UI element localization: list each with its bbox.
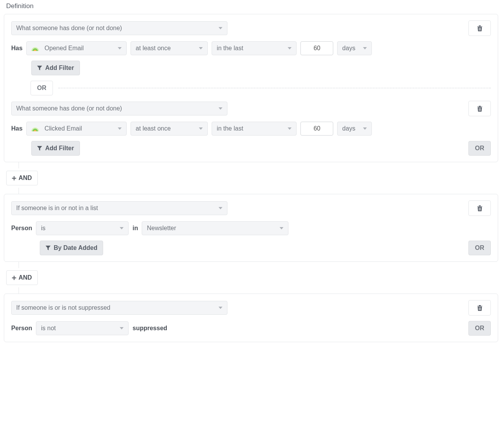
trash-icon	[477, 105, 483, 112]
cond2-unit-dropdown[interactable]: days	[337, 122, 372, 136]
klaviyo-icon	[31, 126, 39, 131]
cond2-freq-dropdown[interactable]: at least once	[131, 122, 208, 136]
chevron-down-icon	[219, 27, 222, 29]
or-separator: OR	[31, 81, 491, 95]
cond1-header: What someone has done (or not done)	[11, 20, 491, 36]
cond1-addfilter-button[interactable]: Add Filter	[31, 61, 80, 75]
g2-header: If someone is in or not in a list	[11, 200, 491, 216]
svg-rect-12	[12, 277, 16, 278]
g2-op-label: is	[41, 225, 46, 231]
g3-op-label: is not	[41, 325, 56, 331]
cond2-event-label: Clicked Email	[44, 126, 82, 132]
g3-params: Person is not suppressed OR	[11, 321, 491, 336]
and-label: AND	[19, 175, 32, 181]
svg-rect-14	[480, 307, 480, 310]
cond2-addfilter-button[interactable]: Add Filter	[31, 141, 80, 156]
addfilter-label: Add Filter	[45, 145, 74, 151]
g3-delete-button[interactable]	[468, 300, 491, 316]
klaviyo-icon	[31, 46, 39, 51]
chevron-down-icon	[219, 107, 222, 110]
chevron-down-icon	[288, 47, 292, 49]
connector-line	[19, 162, 19, 168]
cond1-delete-button[interactable]	[468, 20, 491, 36]
cond1-event-label: Opened Email	[44, 45, 83, 51]
chevron-down-icon	[288, 127, 292, 130]
g2-op-dropdown[interactable]: is	[36, 221, 129, 235]
section-heading: Definition	[6, 2, 498, 10]
cond1-type-dropdown[interactable]: What someone has done (or not done)	[11, 21, 227, 35]
separator-line	[58, 88, 491, 88]
chevron-down-icon	[280, 227, 283, 229]
svg-rect-10	[480, 208, 481, 210]
cond1-freq-dropdown[interactable]: at least once	[131, 41, 208, 55]
filter-icon	[46, 246, 51, 251]
cond1-type-label: What someone has done (or not done)	[16, 25, 122, 31]
suppressed-label: suppressed	[132, 325, 167, 332]
g2-params: Person is in Newsletter	[11, 221, 491, 235]
person-label: Person	[11, 325, 32, 332]
trash-icon	[477, 205, 483, 212]
g2-list-label: Newsletter	[147, 225, 176, 231]
svg-rect-15	[480, 307, 481, 310]
g3-op-dropdown[interactable]: is not	[36, 321, 129, 335]
cond1-unit-label: days	[342, 45, 355, 51]
svg-rect-8	[479, 208, 479, 210]
g2-delete-button[interactable]	[468, 200, 491, 216]
and-button-2[interactable]: AND	[6, 270, 38, 285]
svg-rect-13	[479, 307, 479, 310]
cond2-range-label: in the last	[217, 126, 243, 132]
connector-line	[19, 287, 19, 294]
cond1-freq-label: at least once	[136, 45, 171, 51]
addfilter-label: Add Filter	[45, 65, 74, 71]
connector-line	[19, 262, 19, 268]
chevron-down-icon	[199, 47, 203, 49]
svg-rect-9	[480, 208, 480, 210]
condition-group-1: What someone has done (or not done) Has …	[4, 14, 498, 162]
trash-icon	[477, 305, 483, 311]
cond2-range-dropdown[interactable]: in the last	[212, 122, 297, 136]
or-pill-sep: OR	[31, 81, 53, 95]
chevron-down-icon	[199, 127, 203, 130]
cond1-range-dropdown[interactable]: in the last	[212, 41, 297, 55]
svg-rect-1	[480, 28, 480, 31]
plus-icon	[12, 276, 16, 280]
cond2-header: What someone has done (or not done)	[11, 101, 491, 116]
g3-type-label: If someone is or is not suppressed	[16, 305, 110, 311]
cond2-value-input[interactable]: 60	[300, 122, 333, 136]
svg-rect-3	[479, 108, 479, 111]
svg-rect-7	[12, 178, 16, 178]
filter-icon	[37, 146, 42, 151]
cond2-type-label: What someone has done (or not done)	[16, 105, 122, 112]
cond2-bottom-row: Add Filter OR	[31, 141, 491, 156]
g2-bydate-button[interactable]: By Date Added	[40, 241, 103, 255]
chevron-down-icon	[219, 307, 222, 309]
person-label: Person	[11, 225, 32, 232]
cond1-value-input[interactable]: 60	[300, 41, 333, 55]
cond2-unit-label: days	[342, 126, 355, 132]
cond1-addfilter-row: Add Filter	[31, 61, 491, 75]
and-label: AND	[19, 275, 32, 281]
and-button-1[interactable]: AND	[6, 171, 38, 185]
g2-type-dropdown[interactable]: If someone is in or not in a list	[11, 201, 227, 215]
g2-list-dropdown[interactable]: Newsletter	[142, 221, 288, 235]
chevron-down-icon	[363, 47, 367, 49]
chevron-down-icon	[120, 327, 124, 329]
chevron-down-icon	[219, 207, 222, 209]
svg-rect-5	[480, 108, 481, 111]
cond2-event-dropdown[interactable]: Clicked Email	[26, 122, 127, 136]
in-label: in	[132, 225, 138, 232]
filter-icon	[37, 66, 42, 71]
g3-type-dropdown[interactable]: If someone is or is not suppressed	[11, 301, 227, 315]
condition-group-3: If someone is or is not suppressed Perso…	[4, 294, 498, 342]
has-label: Has	[11, 45, 22, 52]
g2-add-or-button[interactable]: OR	[468, 241, 491, 255]
cond2-delete-button[interactable]	[468, 101, 491, 116]
cond2-type-dropdown[interactable]: What someone has done (or not done)	[11, 102, 227, 115]
cond1-unit-dropdown[interactable]: days	[337, 41, 372, 55]
cond1-range-label: in the last	[217, 45, 243, 51]
condition-group-2: If someone is in or not in a list Person…	[4, 194, 498, 262]
group1-add-or-button[interactable]: OR	[468, 141, 491, 156]
cond1-event-dropdown[interactable]: Opened Email	[26, 41, 127, 55]
g2-type-label: If someone is in or not in a list	[16, 205, 98, 211]
g3-add-or-button[interactable]: OR	[468, 321, 491, 336]
